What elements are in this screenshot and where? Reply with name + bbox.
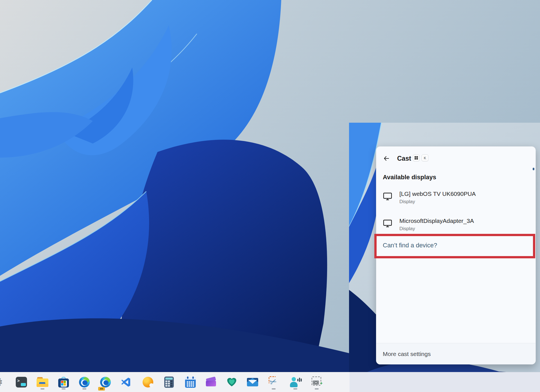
running-indicator [293, 388, 297, 389]
edge-lock-badge-icon[interactable]: AN [99, 374, 112, 390]
taskbar: ⚙ > [0, 372, 540, 392]
running-indicator [315, 388, 319, 389]
calculator-icon[interactable] [163, 374, 175, 390]
edge-icon[interactable] [78, 374, 91, 390]
snipping-tool-icon[interactable]: ✂ [267, 374, 280, 390]
highlight-rectangle [374, 234, 535, 258]
settings-icon[interactable]: ⚙ [0, 374, 4, 390]
device-row-lg-tv[interactable]: [LG] webOS TV UK6090PUA Display [379, 188, 533, 209]
k-key-badge: K [422, 154, 428, 161]
device-type: Display [399, 199, 415, 205]
microsoft-store-icon[interactable] [57, 374, 70, 390]
device-row-display-adapter[interactable]: MicrosoftDisplayAdapter_3A Display [379, 215, 533, 236]
windows-key-icon [413, 154, 420, 161]
back-arrow-icon [383, 155, 390, 162]
lock-badge: AN [98, 387, 105, 391]
clipchamp-icon[interactable] [205, 374, 217, 390]
desktop: Cast K Available displays [LG] webOS TV … [0, 0, 540, 392]
vscode-icon[interactable] [120, 374, 132, 390]
windows-logo-glyph [415, 156, 418, 160]
scrollbar-thumb[interactable] [533, 168, 534, 170]
running-indicator [62, 388, 66, 389]
back-button[interactable] [382, 154, 391, 163]
more-cast-settings-button[interactable]: More cast settings [376, 343, 536, 364]
device-name: [LG] webOS TV UK6090PUA [399, 191, 476, 197]
family-heart-icon[interactable] [226, 374, 238, 390]
file-explorer-icon[interactable] [36, 374, 49, 390]
available-displays-heading: Available displays [383, 174, 436, 181]
more-cast-settings-label: More cast settings [383, 351, 431, 357]
mail-icon[interactable] [246, 374, 259, 390]
running-indicator [82, 388, 86, 389]
device-type: Display [399, 226, 415, 232]
terminal-icon[interactable]: > [15, 374, 28, 390]
screen-snip-icon[interactable]: + [310, 374, 323, 390]
voice-access-icon[interactable] [289, 374, 302, 390]
calendar-icon[interactable] [184, 374, 197, 390]
monitor-icon [383, 192, 392, 201]
monitor-icon [383, 219, 392, 228]
running-indicator [272, 388, 276, 389]
cast-header: Cast K [376, 153, 536, 163]
taskbar-right-background [350, 372, 540, 392]
edge-canary-icon[interactable] [142, 374, 154, 390]
device-name: MicrosoftDisplayAdapter_3A [399, 218, 474, 224]
cast-title: Cast [397, 154, 411, 163]
running-indicator [40, 388, 44, 389]
